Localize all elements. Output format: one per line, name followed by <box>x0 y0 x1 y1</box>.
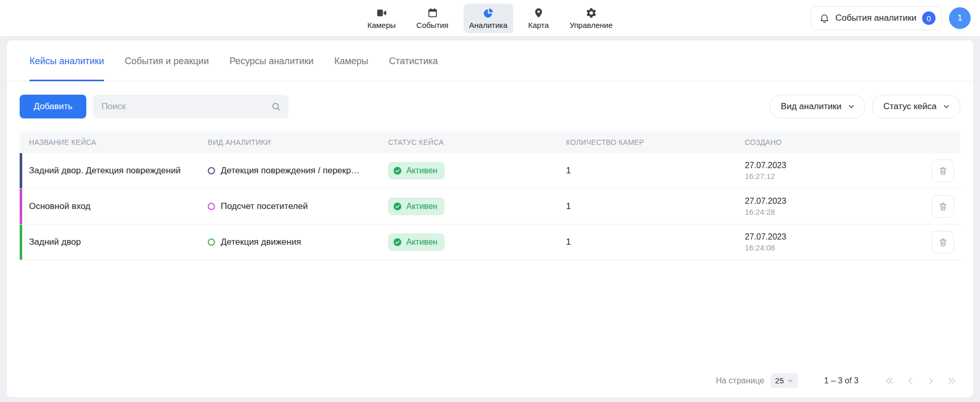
row-accent-bar <box>20 189 22 224</box>
topbar: Камеры События Аналитика Карта Управлени… <box>0 0 980 37</box>
case-name: Задний двор <box>20 237 208 247</box>
search-input[interactable] <box>93 95 288 118</box>
chevron-right-icon <box>926 376 936 386</box>
analytics-type-cell: Детекция повреждения / перекр… <box>208 166 388 176</box>
pagination: На странице 25 1 – 3 of 3 <box>7 373 973 397</box>
table-header: НАЗВАНИЕ КЕЙСА ВИД АНАЛИТИКИ СТАТУС КЕЙС… <box>20 131 960 153</box>
analytics-type-filter[interactable]: Вид аналитики <box>770 95 865 118</box>
cameras-count: 1 <box>566 201 745 212</box>
delete-button[interactable] <box>931 159 954 182</box>
pie-chart-icon <box>483 7 494 19</box>
nav-item-cameras[interactable]: Камеры <box>362 4 402 33</box>
analytics-type-label: Детекция движения <box>221 237 301 247</box>
table-row[interactable]: Задний двор Детекция движения Активен 1 … <box>20 225 960 260</box>
header-analytics-type: ВИД АНАЛИТИКИ <box>208 138 388 146</box>
prev-page-button[interactable] <box>903 374 917 388</box>
created-time: 16:24:08 <box>745 243 929 252</box>
last-page-button[interactable] <box>944 374 959 388</box>
bell-icon <box>819 13 830 23</box>
analytics-type-dot <box>208 203 215 210</box>
analytics-type-dot <box>208 167 215 174</box>
analytics-events-label: События аналитики <box>835 13 916 23</box>
check-circle-icon <box>393 166 402 175</box>
pagination-arrows <box>882 374 959 388</box>
tab-analytics-resources[interactable]: Ресурсы аналитики <box>229 40 314 81</box>
row-accent-bar <box>20 153 22 188</box>
cameras-count: 1 <box>566 237 745 247</box>
status-badge: Активен <box>388 233 445 251</box>
created-time: 16:24:28 <box>745 207 929 216</box>
nav-item-analytics[interactable]: Аналитика <box>464 4 513 33</box>
header-cameras-count: КОЛИЧЕСТВО КАМЕР <box>566 138 745 146</box>
nav-item-management[interactable]: Управление <box>564 4 618 33</box>
filters: Вид аналитики Статус кейса <box>770 95 960 118</box>
created-date: 27.07.2023 <box>745 161 929 170</box>
created-date: 27.07.2023 <box>745 197 929 206</box>
first-page-button[interactable] <box>882 374 897 388</box>
status-badge: Активен <box>388 162 445 180</box>
trash-icon <box>938 237 948 247</box>
created-time: 16:27:12 <box>745 172 929 181</box>
case-name: Основной вход <box>20 201 208 212</box>
created-cell: 27.07.2023 16:27:12 <box>745 161 929 181</box>
chevron-down-icon <box>787 378 793 384</box>
analytics-events-button[interactable]: События аналитики 0 <box>810 6 942 30</box>
cases-table: НАЗВАНИЕ КЕЙСА ВИД АНАЛИТИКИ СТАТУС КЕЙС… <box>7 131 973 260</box>
status-label: Активен <box>406 166 437 175</box>
case-status-filter[interactable]: Статус кейса <box>872 95 960 118</box>
chevron-down-icon <box>942 102 951 111</box>
delete-button[interactable] <box>931 231 954 254</box>
header-case-name: НАЗВАНИЕ КЕЙСА <box>20 138 208 146</box>
map-pin-icon <box>533 7 544 19</box>
nav-label: Аналитика <box>469 21 508 29</box>
check-circle-icon <box>393 202 402 211</box>
table-row[interactable]: Задний двор. Детекция повреждений Детекц… <box>20 153 960 189</box>
nav-label: Камеры <box>368 21 396 29</box>
nav-item-map[interactable]: Карта <box>523 4 555 33</box>
add-button[interactable]: Добавить <box>20 95 86 118</box>
status-label: Активен <box>406 237 437 247</box>
cameras-count: 1 <box>566 166 745 176</box>
double-chevron-right-icon <box>946 376 957 386</box>
calendar-icon <box>427 7 438 19</box>
tab-events-reactions[interactable]: События и реакции <box>125 40 209 81</box>
chevron-left-icon <box>905 376 915 386</box>
events-count-badge: 0 <box>922 11 936 25</box>
per-page-select[interactable]: 25 <box>771 373 799 388</box>
tab-analytics-cases[interactable]: Кейсы аналитики <box>29 40 104 81</box>
search-box <box>93 95 288 118</box>
tab-cameras[interactable]: Камеры <box>334 40 369 81</box>
per-page-value: 25 <box>775 376 784 385</box>
main-nav: Камеры События Аналитика Карта Управлени… <box>362 4 619 33</box>
analytics-type-filter-label: Вид аналитики <box>781 101 841 112</box>
search-icon <box>271 101 281 112</box>
analytics-type-cell: Детекция движения <box>208 237 388 247</box>
status-badge: Активен <box>388 198 445 215</box>
nav-label: События <box>417 21 449 29</box>
row-accent-bar <box>20 225 22 260</box>
header-case-status: СТАТУС КЕЙСА <box>388 138 566 146</box>
nav-item-events[interactable]: События <box>411 4 454 33</box>
case-status-filter-label: Статус кейса <box>883 101 937 112</box>
analytics-type-cell: Подсчет посетителей <box>208 201 388 212</box>
created-cell: 27.07.2023 16:24:08 <box>745 232 929 252</box>
case-name: Задний двор. Детекция повреждений <box>20 166 208 176</box>
check-circle-icon <box>393 237 402 247</box>
status-label: Активен <box>406 202 437 211</box>
trash-icon <box>938 166 948 176</box>
analytics-panel: Кейсы аналитики События и реакции Ресурс… <box>6 40 974 398</box>
avatar[interactable]: 1 <box>949 7 971 29</box>
topbar-right: События аналитики 0 1 <box>810 0 971 36</box>
tab-statistics[interactable]: Статистика <box>389 40 438 81</box>
delete-button[interactable] <box>931 195 954 218</box>
double-chevron-left-icon <box>884 376 895 386</box>
created-cell: 27.07.2023 16:24:28 <box>745 197 929 216</box>
table-row[interactable]: Основной вход Подсчет посетителей Активе… <box>20 189 960 225</box>
header-created: СОЗДАНО <box>745 138 929 146</box>
next-page-button[interactable] <box>924 374 938 388</box>
analytics-type-dot <box>208 239 215 246</box>
gear-icon <box>586 7 597 19</box>
chevron-down-icon <box>847 102 855 111</box>
video-camera-icon <box>376 7 387 19</box>
nav-label: Управление <box>570 21 612 29</box>
